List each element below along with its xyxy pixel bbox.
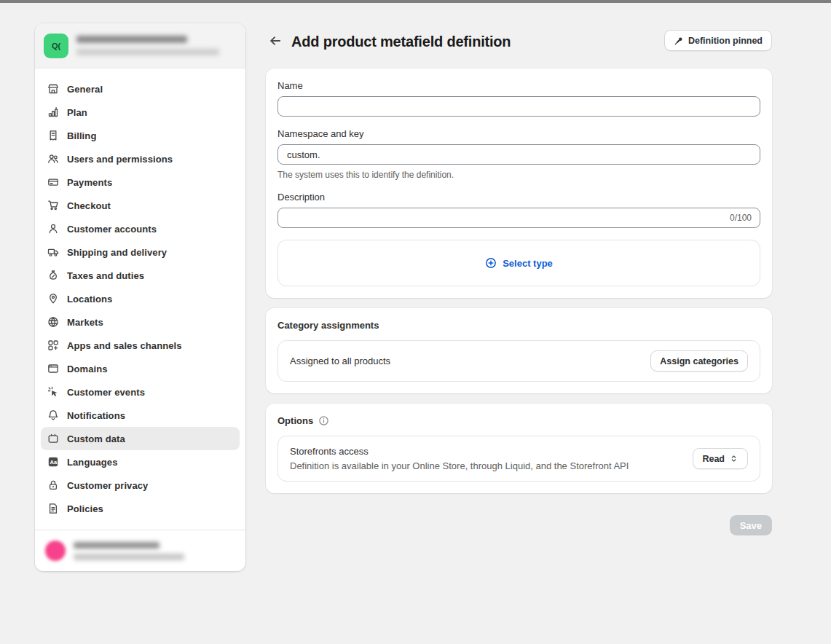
sidebar-item-checkout[interactable]: Checkout <box>41 194 240 217</box>
storefronts-access-row: Storefronts access Definition is availab… <box>277 436 760 482</box>
namespace-input[interactable] <box>277 144 760 165</box>
sidebar-item-apps-and-sales-channels[interactable]: Apps and sales channels <box>41 334 240 357</box>
sidebar-item-users-and-permissions[interactable]: Users and permissions <box>41 147 240 170</box>
sidebar-item-label: Markets <box>67 317 103 328</box>
sidebar-item-taxes-and-duties[interactable]: Taxes and duties <box>41 264 240 287</box>
definition-form-card: Name Namespace and key The system uses t… <box>266 68 772 298</box>
sidebar-item-plan[interactable]: Plan <box>41 101 240 124</box>
sidebar-item-label: Locations <box>67 294 112 305</box>
sidebar-item-notifications[interactable]: Notifications <box>41 404 240 427</box>
main-content: Add product metafield definition Definit… <box>266 29 772 535</box>
user-avatar <box>45 541 66 561</box>
users-icon <box>47 153 59 165</box>
sidebar-item-languages[interactable]: AaLanguages <box>41 450 240 474</box>
bell-icon <box>47 409 59 421</box>
namespace-field-group: Namespace and key The system uses this t… <box>277 128 760 180</box>
sidebar-item-label: Apps and sales channels <box>67 340 182 351</box>
assign-categories-label: Assign categories <box>660 356 739 366</box>
sidebar-item-label: Languages <box>67 457 118 468</box>
storefronts-access-value: Read <box>702 454 725 464</box>
save-button[interactable]: Save <box>730 515 772 535</box>
category-assignments-card: Category assignments Assigned to all pro… <box>266 308 772 393</box>
markets-icon <box>47 316 59 328</box>
cursor-icon <box>47 386 59 398</box>
arrow-left-icon <box>269 34 282 50</box>
sidebar-item-markets[interactable]: Markets <box>41 310 240 334</box>
sidebar-item-locations[interactable]: Locations <box>41 287 240 310</box>
sidebar-item-label: Checkout <box>67 200 111 211</box>
truck-icon <box>47 246 59 258</box>
user-footer[interactable] <box>35 530 245 571</box>
sidebar-item-payments[interactable]: Payments <box>41 170 240 194</box>
user-email-line <box>74 554 184 560</box>
definition-pinned-button[interactable]: Definition pinned <box>664 30 772 51</box>
sidebar-item-customer-events[interactable]: Customer events <box>41 380 240 404</box>
sidebar-item-label: Notifications <box>67 410 125 421</box>
store-name-line <box>76 36 187 43</box>
sidebar-item-shipping-and-delivery[interactable]: Shipping and delivery <box>41 240 240 264</box>
sidebar-item-label: Customer events <box>67 387 145 398</box>
sidebar-item-label: Customer privacy <box>67 480 148 491</box>
options-card: Options Storefronts access Definition is… <box>266 404 772 493</box>
select-type-button[interactable]: Select type <box>277 240 760 286</box>
description-label: Description <box>277 192 760 203</box>
sidebar-item-customer-privacy[interactable]: Customer privacy <box>41 474 240 497</box>
name-field-group: Name <box>277 80 760 117</box>
user-name-line <box>74 542 159 549</box>
store-header[interactable]: Q( <box>35 23 245 68</box>
description-input[interactable] <box>277 208 760 228</box>
sidebar-item-label: Customer accounts <box>67 224 157 235</box>
sidebar-item-label: Billing <box>67 130 96 141</box>
back-button[interactable] <box>266 32 285 51</box>
category-status-text: Assigned to all products <box>290 356 642 366</box>
description-char-counter: 0/100 <box>730 213 752 223</box>
description-field-group: Description 0/100 <box>277 192 760 228</box>
sidebar-item-label: Domains <box>67 364 108 374</box>
location-icon <box>47 293 59 305</box>
sidebar-item-label: Payments <box>67 177 112 188</box>
window-top-strip <box>0 0 831 3</box>
select-type-label: Select type <box>503 258 553 269</box>
chevron-updown-icon <box>729 454 739 463</box>
billing-icon <box>47 130 59 141</box>
sidebar-item-label: Shipping and delivery <box>67 247 167 258</box>
sidebar-item-label: General <box>67 84 103 95</box>
sidebar-item-label: Users and permissions <box>67 154 173 165</box>
storefronts-access-select[interactable]: Read <box>693 448 748 469</box>
name-label: Name <box>277 80 760 91</box>
plus-circle-icon <box>485 257 497 269</box>
user-name-redacted <box>74 542 184 560</box>
info-icon[interactable] <box>318 415 329 426</box>
svg-text:Aa: Aa <box>50 459 58 466</box>
checkout-icon <box>47 200 59 211</box>
domains-icon <box>47 363 59 374</box>
assign-categories-button[interactable]: Assign categories <box>650 350 748 372</box>
taxes-icon <box>47 270 59 281</box>
customdata-icon <box>47 433 59 444</box>
settings-nav: GeneralPlanBillingUsers and permissionsP… <box>35 68 245 530</box>
sidebar-item-billing[interactable]: Billing <box>41 124 240 147</box>
sidebar-item-label: Plan <box>67 107 87 118</box>
sidebar-item-general[interactable]: General <box>41 77 240 101</box>
sidebar-item-custom-data[interactable]: Custom data <box>41 427 240 450</box>
store-icon <box>47 83 59 95</box>
pin-icon <box>674 36 684 46</box>
sidebar-item-customer-accounts[interactable]: Customer accounts <box>41 217 240 240</box>
storefronts-access-title: Storefronts access <box>290 446 684 457</box>
save-row: Save <box>266 515 772 535</box>
definition-pinned-label: Definition pinned <box>688 36 763 46</box>
settings-sidebar: Q( GeneralPlanBillingUsers and permissio… <box>35 23 245 571</box>
category-assignments-row: Assigned to all products Assign categori… <box>277 340 760 382</box>
lock-icon <box>47 479 59 491</box>
plan-icon <box>47 106 59 118</box>
sidebar-item-policies[interactable]: Policies <box>41 497 240 520</box>
category-assignments-title: Category assignments <box>277 320 760 331</box>
sidebar-item-label: Custom data <box>67 433 125 444</box>
payments-icon <box>47 176 59 188</box>
languages-icon: Aa <box>47 456 59 468</box>
sidebar-item-label: Policies <box>67 503 103 514</box>
person-icon <box>47 223 59 235</box>
name-input[interactable] <box>277 96 760 117</box>
sidebar-item-label: Taxes and duties <box>67 270 144 281</box>
sidebar-item-domains[interactable]: Domains <box>41 357 240 380</box>
